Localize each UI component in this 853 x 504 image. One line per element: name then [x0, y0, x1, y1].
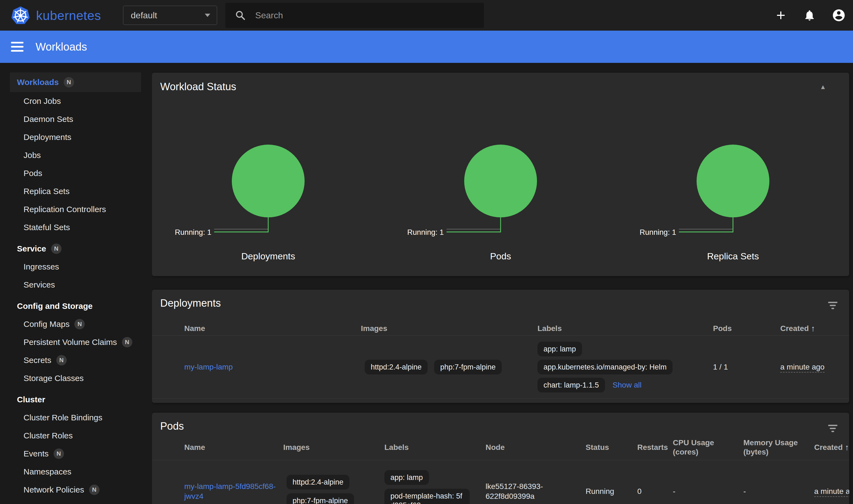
- sidebar-item-replica-sets[interactable]: Replica Sets: [0, 182, 152, 200]
- restarts-cell: 0: [637, 486, 673, 496]
- label-chip: pod-template-hash: 5fd985cf68: [385, 489, 470, 504]
- pod-row: my-lamp-lamp-5fd985cf68-jwvz4 httpd:2.4-…: [152, 460, 849, 504]
- pie-slice-running[interactable]: [697, 145, 769, 217]
- cpu-usage-cell: -: [673, 486, 743, 496]
- search-icon: [235, 10, 246, 21]
- sidebar-section-service: Service N: [0, 240, 152, 258]
- search-input[interactable]: [255, 11, 484, 20]
- sidebar-item-ingresses[interactable]: Ingresses: [0, 258, 152, 276]
- column-header-node: Node: [485, 443, 586, 452]
- workload-status-title: Workload Status: [160, 81, 236, 93]
- memory-usage-cell: -: [743, 486, 814, 496]
- namespaced-badge: N: [51, 244, 61, 254]
- pie-slice-running[interactable]: [464, 145, 537, 217]
- plus-icon: [774, 9, 787, 22]
- created-cell: a minute ago: [814, 487, 849, 497]
- create-resource-button[interactable]: [774, 9, 787, 22]
- label-chip: app: lamp: [385, 470, 429, 485]
- notifications-button[interactable]: [803, 9, 816, 22]
- column-header-images: Images: [361, 324, 537, 333]
- chevron-down-icon: [205, 14, 210, 17]
- label-chip: app.kubernetes.io/managed-by: Helm: [537, 360, 673, 375]
- column-header-restarts: Restarts: [637, 443, 673, 452]
- pods-card-title: Pods: [160, 420, 849, 432]
- sidebar-item-jobs[interactable]: Jobs: [0, 146, 152, 164]
- chart-title: Pods: [490, 251, 511, 261]
- top-bar: kubernetes default: [0, 0, 853, 31]
- image-chip: httpd:2.4-alpine: [286, 475, 350, 489]
- replica-sets-pie-chart: Running: 1 Replica Sets: [617, 144, 849, 275]
- menu-button[interactable]: [11, 42, 24, 52]
- namespaced-badge: N: [89, 485, 100, 495]
- sidebar-item-deployments[interactable]: Deployments: [0, 128, 152, 146]
- node-cell: lke55127-86393-622f8d09399a: [485, 482, 586, 501]
- deployments-card-title: Deployments: [160, 298, 849, 309]
- sidebar-item-namespaces[interactable]: Namespaces: [0, 463, 152, 481]
- sidebar-item-stateful-sets[interactable]: Stateful Sets: [0, 218, 152, 236]
- sidebar-item-services[interactable]: Services: [0, 276, 152, 294]
- pods-table-header: Name Images Labels Node Status Restarts …: [152, 435, 849, 460]
- column-header-cpu: CPU Usage (cores): [673, 438, 743, 457]
- sidebar-item-persistent-volume-claims[interactable]: Persistent Volume Claims N: [0, 333, 152, 351]
- sidebar-item-daemon-sets[interactable]: Daemon Sets: [0, 110, 152, 128]
- page-title: Workloads: [36, 41, 87, 53]
- namespaced-badge: N: [122, 337, 132, 347]
- chart-title: Replica Sets: [707, 251, 759, 261]
- namespace-selected-value: default: [131, 11, 157, 20]
- namespaced-badge: N: [54, 449, 64, 459]
- sidebar-item-config-maps[interactable]: Config Maps N: [0, 315, 152, 333]
- sidebar-item-events[interactable]: Events N: [0, 445, 152, 463]
- sidebar-item-cluster-role-bindings[interactable]: Cluster Role Bindings: [0, 409, 152, 427]
- pie-slice-running[interactable]: [232, 145, 305, 217]
- namespaced-badge: N: [64, 77, 74, 88]
- deployment-name-link[interactable]: my-lamp-lamp: [184, 363, 233, 371]
- deployments-card: Deployments Name Images Labels Pods Crea…: [152, 290, 849, 403]
- filter-icon[interactable]: [828, 302, 838, 311]
- sort-ascending-icon: ↑: [811, 324, 815, 333]
- chart-title: Deployments: [241, 251, 295, 261]
- column-header-images: Images: [283, 443, 385, 452]
- label-chip: app: lamp: [537, 342, 582, 356]
- created-cell: a minute ago: [780, 363, 824, 373]
- sidebar-item-storage-classes[interactable]: Storage Classes: [0, 369, 152, 387]
- search-bar[interactable]: [225, 3, 484, 28]
- column-header-name[interactable]: Name: [184, 324, 361, 333]
- account-circle-icon: [832, 8, 846, 22]
- kubernetes-logo[interactable]: kubernetes: [11, 5, 101, 25]
- pod-name-link[interactable]: my-lamp-lamp-5fd985cf68-jwvz4: [184, 482, 276, 501]
- sidebar-item-cluster-roles[interactable]: Cluster Roles: [0, 427, 152, 445]
- image-chip: php:7-fpm-alpine: [434, 360, 502, 375]
- label-chip: chart: lamp-1.1.5: [537, 378, 605, 393]
- show-all-labels-link[interactable]: Show all: [613, 380, 642, 390]
- sort-ascending-icon: ↑: [845, 443, 849, 452]
- image-chip: httpd:2.4-alpine: [365, 360, 428, 375]
- pods-pie-chart: Running: 1 Pods: [385, 144, 617, 275]
- column-header-memory: Memory Usage (bytes): [743, 438, 814, 457]
- workload-status-card: Workload Status ▲ Running: 1 Deployments: [152, 73, 849, 276]
- deployments-table-header: Name Images Labels Pods Created ↑: [152, 322, 849, 335]
- status-cell: Running: [586, 486, 637, 496]
- namespace-selector[interactable]: default: [123, 6, 217, 25]
- pie-callout-label: Running: 1: [407, 228, 444, 236]
- column-header-name[interactable]: Name: [184, 443, 283, 452]
- sidebar-item-workloads[interactable]: Workloads N: [10, 72, 141, 92]
- user-account-button[interactable]: [832, 8, 846, 22]
- filter-icon[interactable]: [828, 425, 838, 434]
- pie-callout-label: Running: 1: [639, 228, 676, 236]
- sidebar-item-network-policies[interactable]: Network Policies N: [0, 481, 152, 499]
- pods-count-cell: 1 / 1: [713, 362, 780, 372]
- sidebar-item-secrets[interactable]: Secrets N: [0, 351, 152, 369]
- column-header-created[interactable]: Created ↑: [814, 443, 849, 452]
- sidebar-item-replication-controllers[interactable]: Replication Controllers: [0, 200, 152, 218]
- column-header-created[interactable]: Created ↑: [780, 324, 849, 333]
- sidebar-section-cluster: Cluster: [0, 391, 152, 409]
- collapse-card-icon[interactable]: ▲: [820, 84, 826, 90]
- deployments-pie-chart: Running: 1 Deployments: [152, 144, 385, 275]
- kubernetes-logo-icon: [11, 5, 31, 25]
- main-content: Workload Status ▲ Running: 1 Deployments: [152, 63, 853, 504]
- sidebar-item-cron-jobs[interactable]: Cron Jobs: [0, 92, 152, 110]
- workload-status-charts: Running: 1 Deployments Running: 1 Pods: [152, 144, 849, 275]
- image-chip: php:7-fpm-alpine: [286, 493, 354, 504]
- deployment-row: my-lamp-lamp httpd:2.4-alpine php:7-fpm-…: [152, 335, 849, 399]
- sidebar-item-pods[interactable]: Pods: [0, 164, 152, 182]
